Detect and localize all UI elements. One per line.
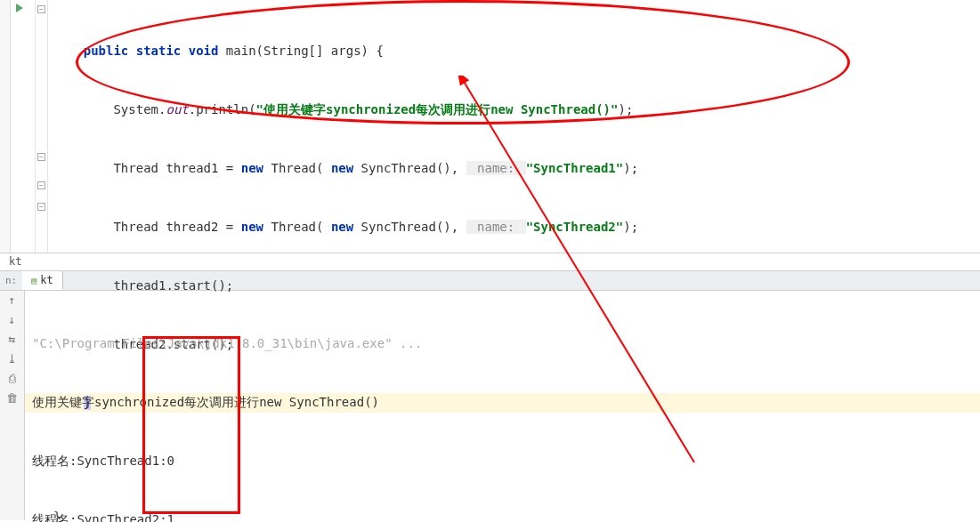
code-text: ); — [623, 161, 638, 175]
keyword: new — [241, 220, 263, 234]
trash-icon[interactable]: 🗑 — [6, 392, 19, 405]
parameter-hint: name: — [466, 161, 526, 175]
fold-minus-icon[interactable]: − — [37, 153, 45, 161]
console-toolbar: ↑ ↓ ⇆ ⤓ ⎙ 🗑 — [0, 291, 25, 520]
code-text: ); — [623, 220, 638, 234]
fold-minus-icon[interactable]: − — [37, 203, 45, 211]
code-text: main(String[] args) { — [218, 44, 383, 58]
string-literal: "SyncThread1" — [526, 161, 624, 175]
code-text: out — [166, 102, 188, 116]
console-command: "C:\Program Files\Java\jdk1.8.0_31\bin\j… — [32, 333, 973, 353]
console-line: 使用关键字synchronized每次调用进行new SyncThread() — [32, 392, 973, 412]
code-text: SyncThread(), — [353, 220, 466, 234]
keyword: new — [331, 161, 353, 175]
run-config-icon: ▤ — [31, 276, 36, 285]
breadcrumb-item[interactable]: kt — [9, 255, 21, 268]
code-text: .println( — [189, 102, 256, 116]
console-line: 线程名:SyncThread2:1 — [32, 510, 973, 522]
code-text: SyncThread(), — [353, 161, 466, 175]
code-pane[interactable]: public static void main(String[] args) {… — [48, 0, 980, 253]
code-text: Thread( — [263, 161, 331, 175]
fold-gutter[interactable]: − − − − — [36, 0, 48, 253]
wrap-icon[interactable]: ⇆ — [6, 333, 19, 346]
fold-minus-icon[interactable]: − — [37, 5, 45, 13]
code-text: Thread thread1 = — [113, 161, 240, 175]
console-panel: ↑ ↓ ⇆ ⤓ ⎙ 🗑 "C:\Program Files\Java\jdk1.… — [0, 291, 980, 520]
keyword: new — [331, 220, 353, 234]
print-icon[interactable]: ⎙ — [6, 373, 19, 385]
string-literal: "SyncThread2" — [526, 220, 624, 234]
parameter-hint: name: — [466, 220, 526, 234]
code-text: System. — [113, 102, 166, 116]
run-icon[interactable] — [16, 4, 23, 12]
console-line: 线程名:SyncThread1:0 — [32, 451, 973, 470]
scroll-icon[interactable]: ⤓ — [6, 353, 19, 365]
tab-label: kt — [40, 274, 53, 286]
up-icon[interactable]: ↑ — [6, 294, 19, 307]
fold-minus-icon[interactable]: − — [37, 181, 45, 189]
code-text: Thread thread2 = — [113, 220, 240, 234]
gutter-margin — [0, 0, 11, 253]
keyword: public static void — [84, 44, 219, 58]
tab-panel-label: n: — [0, 275, 22, 286]
console-output[interactable]: "C:\Program Files\Java\jdk1.8.0_31\bin\j… — [25, 291, 980, 520]
keyword: new — [241, 161, 263, 175]
down-icon[interactable]: ↓ — [6, 314, 19, 326]
string-literal: "使用关键字synchronized每次调用进行new SyncThread()… — [256, 102, 619, 116]
code-editor[interactable]: − − − − public static void main(String[]… — [0, 0, 980, 253]
gutter-icons[interactable] — [11, 0, 36, 253]
code-text: Thread( — [263, 220, 331, 234]
code-text: ); — [618, 102, 633, 116]
